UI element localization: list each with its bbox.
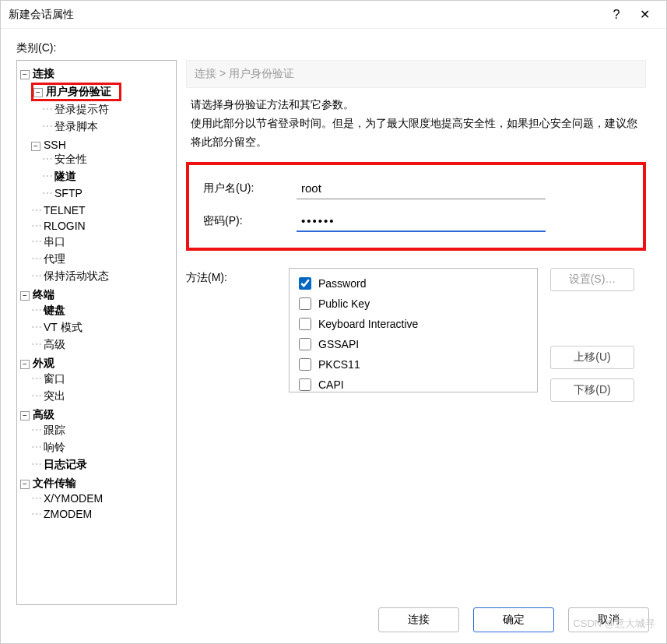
tree-proxy[interactable]: 代理 <box>44 252 65 265</box>
expand-icon[interactable]: − <box>31 142 40 151</box>
tree-advanced[interactable]: 高级 <box>33 408 54 421</box>
method-pkcs11-label: PKCS11 <box>318 358 360 371</box>
settings-button[interactable]: 设置(S)… <box>550 268 634 291</box>
method-password-label: Password <box>318 277 366 290</box>
method-label: 方法(M): <box>186 268 279 285</box>
tree-filetransfer[interactable]: 文件传输 <box>33 477 76 489</box>
breadcrumb: 连接 > 用户身份验证 <box>186 60 646 88</box>
tree-terminal[interactable]: 终端 <box>33 288 54 301</box>
tree-logging[interactable]: 日志记录 <box>44 458 87 470</box>
category-label: 类别(C): <box>16 41 651 55</box>
tree-appearance[interactable]: 外观 <box>33 357 54 369</box>
tree-bell[interactable]: 响铃 <box>44 441 65 453</box>
help-button[interactable]: ? <box>602 8 630 22</box>
method-capi-label: CAPI <box>318 378 344 391</box>
close-button[interactable]: ✕ <box>630 7 658 22</box>
username-label: 用户名(U): <box>203 181 297 195</box>
connect-button[interactable]: 连接 <box>378 607 459 632</box>
window-title: 新建会话属性 <box>9 8 602 22</box>
method-keyboard-label: Keyboard Interactive <box>318 318 418 330</box>
tree-telnet[interactable]: TELNET <box>44 204 86 216</box>
tree-advanced-terminal[interactable]: 高级 <box>44 338 65 350</box>
method-capi-checkbox[interactable] <box>299 378 311 391</box>
expand-icon[interactable]: − <box>20 291 30 301</box>
credential-box: 用户名(U): 密码(P): <box>186 162 646 251</box>
method-publickey-label: Public Key <box>318 297 370 310</box>
description: 请选择身份验证方法和其它参数。 使用此部分以节省登录时间。但是，为了最大限度地提… <box>186 96 646 151</box>
tree-keepalive[interactable]: 保持活动状态 <box>44 269 109 282</box>
tree-user-auth[interactable]: 用户身份验证 <box>46 85 111 97</box>
footer-buttons: 连接 确定 取消 <box>378 607 649 632</box>
method-password-checkbox[interactable] <box>299 277 311 290</box>
description-line2: 使用此部分以节省登录时间。但是，为了最大限度地提高安全性，如果担心安全问题，建议… <box>191 114 646 152</box>
description-line1: 请选择身份验证方法和其它参数。 <box>191 96 646 114</box>
method-gssapi-checkbox[interactable] <box>299 338 311 350</box>
cancel-button[interactable]: 取消 <box>568 607 649 632</box>
expand-icon[interactable]: − <box>20 360 30 369</box>
move-down-button[interactable]: 下移(D) <box>550 378 634 402</box>
tree-window[interactable]: 窗口 <box>44 372 65 385</box>
ok-button[interactable]: 确定 <box>473 607 554 632</box>
tree-sftp[interactable]: SFTP <box>54 187 82 199</box>
tree-ssh[interactable]: SSH <box>44 139 66 151</box>
tree-tunnel[interactable]: 隧道 <box>54 170 76 182</box>
category-tree[interactable]: −连接 −用户身份验证 ⋯登录提示符 ⋯登录脚本 −SSH ⋯安全性 <box>16 60 177 605</box>
password-input[interactable] <box>297 210 546 232</box>
tree-connection[interactable]: 连接 <box>33 67 54 79</box>
tree-vtmode[interactable]: VT 模式 <box>44 321 82 333</box>
method-listbox[interactable]: Password Public Key Keyboard Interactive… <box>289 268 538 392</box>
tree-zmodem[interactable]: ZMODEM <box>44 508 92 520</box>
tree-highlight[interactable]: 突出 <box>44 389 65 402</box>
tree-security[interactable]: 安全性 <box>54 153 87 165</box>
method-keyboard-checkbox[interactable] <box>299 318 311 330</box>
tree-login-prompt[interactable]: 登录提示符 <box>54 103 109 115</box>
tree-login-script[interactable]: 登录脚本 <box>54 120 98 132</box>
expand-icon[interactable]: − <box>20 70 30 79</box>
tree-trace[interactable]: 跟踪 <box>44 424 65 436</box>
tree-serial[interactable]: 串口 <box>44 235 65 248</box>
move-up-button[interactable]: 上移(U) <box>550 346 634 369</box>
tree-xymodem[interactable]: X/YMODEM <box>44 492 103 505</box>
method-publickey-checkbox[interactable] <box>299 297 311 310</box>
method-pkcs11-checkbox[interactable] <box>299 358 311 371</box>
expand-icon[interactable]: − <box>20 411 30 421</box>
tree-keyboard[interactable]: 键盘 <box>44 304 65 316</box>
method-gssapi-label: GSSAPI <box>318 338 359 350</box>
expand-icon[interactable]: − <box>33 88 43 97</box>
titlebar: 新建会话属性 ? ✕ <box>1 1 666 29</box>
content-panel: 连接 > 用户身份验证 请选择身份验证方法和其它参数。 使用此部分以节省登录时间… <box>181 60 651 605</box>
tree-rlogin[interactable]: RLOGIN <box>44 220 86 232</box>
expand-icon[interactable]: − <box>20 480 30 489</box>
username-input[interactable] <box>297 178 546 199</box>
password-label: 密码(P): <box>203 214 297 228</box>
